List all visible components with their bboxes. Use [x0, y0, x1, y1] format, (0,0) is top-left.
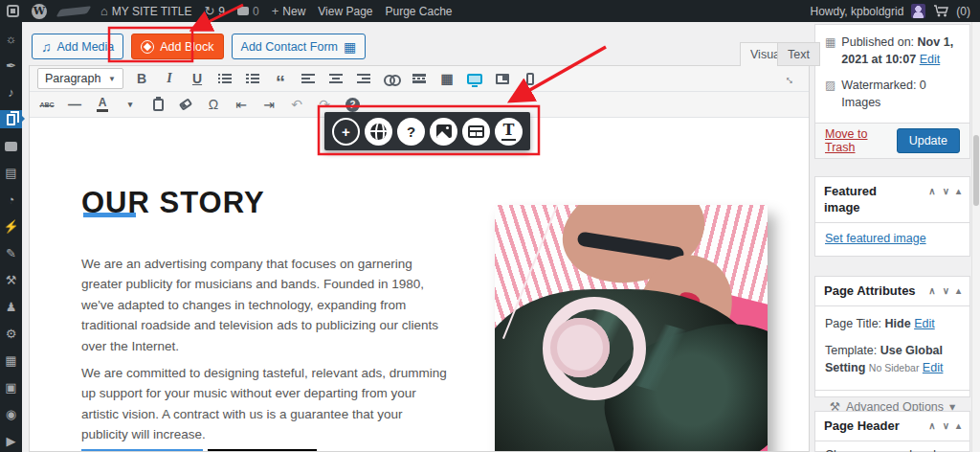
underline-button[interactable]: U: [188, 69, 207, 88]
view-page-link[interactable]: View Page: [318, 5, 372, 18]
add-block-circle-button[interactable]: +: [332, 118, 360, 146]
avatar[interactable]: [911, 4, 925, 18]
numbered-list-button[interactable]: [243, 69, 262, 88]
link-button[interactable]: [382, 69, 401, 88]
special-character-button[interactable]: Ω: [204, 95, 223, 114]
block-insert-toolbar: + ? T: [324, 112, 530, 150]
learn-more-button[interactable]: Learn More: [81, 449, 203, 451]
boldgrid-menu-icon[interactable]: [7, 5, 19, 17]
fullwidth-button[interactable]: [493, 69, 512, 88]
help-button[interactable]: ?: [343, 95, 362, 114]
paste-as-text-button[interactable]: [148, 95, 167, 114]
site-logo-icon[interactable]: [56, 6, 92, 17]
add-contact-form-button[interactable]: Add Contact Form ▦: [232, 34, 367, 59]
new-label: New: [282, 5, 305, 18]
bold-button[interactable]: B: [132, 69, 151, 88]
text-color-icon: A: [97, 97, 108, 112]
page-title-edit-link[interactable]: Edit: [914, 317, 935, 330]
sidebar-item-gridblocks[interactable]: ▦: [0, 351, 22, 370]
collapse-icon[interactable]: ▴: [956, 186, 961, 196]
sidebar-item-forms[interactable]: ▤: [0, 164, 22, 182]
move-to-trash-link[interactable]: Move to Trash: [825, 127, 897, 154]
featured-image-header: Featured image ∧ ∨ ▴: [815, 177, 969, 223]
sidebar-item-plugins[interactable]: ⚡: [0, 217, 22, 236]
paragraph-format-value: Paragraph: [45, 72, 100, 85]
align-right-button[interactable]: [354, 69, 373, 88]
sidebar-item-tools[interactable]: ⚒: [0, 271, 22, 289]
add-media-button[interactable]: ♫ Add Media: [32, 34, 123, 59]
cart-icon[interactable]: [933, 5, 948, 17]
sidebar-item-appearance[interactable]: ◔: [0, 191, 22, 209]
web-block-button[interactable]: [365, 118, 392, 146]
buy-now-button[interactable]: Buy Now: [208, 449, 317, 451]
update-button[interactable]: Update: [897, 128, 960, 153]
contact-form-icon: ▦: [344, 40, 356, 54]
read-more-button[interactable]: [410, 69, 429, 88]
image-block-button[interactable]: [430, 118, 457, 146]
move-down-icon[interactable]: ∨: [943, 420, 949, 431]
outdent-button[interactable]: ⇤: [232, 95, 251, 114]
editor-canvas[interactable]: OUR STORY We are an advertising company …: [30, 118, 809, 451]
sidebar-item-watermark[interactable]: ▣: [0, 378, 22, 396]
scrollbar-thumb[interactable]: [973, 135, 979, 206]
page-header-panel: Page Header ∧ ∨ ▴ Choose a page header t…: [814, 411, 970, 452]
horizontal-rule-button[interactable]: —: [65, 95, 84, 114]
text-color-caret[interactable]: ▾: [121, 95, 140, 114]
clipboard-icon: [153, 99, 164, 111]
bullet-list-button[interactable]: [215, 69, 234, 88]
text-block-button[interactable]: T: [495, 118, 523, 146]
frame-icon: [496, 74, 509, 84]
sidebar-item-comments[interactable]: [0, 137, 22, 155]
clear-formatting-button[interactable]: [176, 95, 195, 114]
scrollbar[interactable]: [971, 22, 980, 452]
gridblock-screen-button[interactable]: [465, 69, 484, 88]
table-button[interactable]: ▦: [437, 69, 457, 88]
page-attributes-header: Page Attributes ∧ ∨ ▴: [815, 277, 969, 306]
sidebar-item-posts[interactable]: ✒: [0, 56, 22, 75]
new-menu[interactable]: + New: [272, 5, 306, 18]
sidebar-item-cache[interactable]: ◉: [0, 405, 22, 423]
add-block-button[interactable]: Add Block: [131, 34, 223, 59]
move-down-icon[interactable]: ∨: [943, 186, 949, 196]
undo-button[interactable]: ↶: [287, 95, 306, 114]
comments-icon: [237, 7, 249, 15]
sidebar-item-pages[interactable]: [0, 110, 22, 128]
sidebar-item-inspirations[interactable]: ☼: [0, 30, 22, 48]
admin-bar: W ⌂ MY SITE TITLE ↻ 9 0 + New View Page: [0, 0, 980, 22]
collapse-icon[interactable]: ▴: [956, 285, 961, 296]
blockquote-button[interactable]: “: [271, 69, 290, 88]
sidebar-item-media[interactable]: ♪: [0, 83, 22, 102]
move-up-icon[interactable]: ∧: [928, 420, 935, 431]
text-color-button[interactable]: A: [93, 95, 112, 114]
redo-button[interactable]: ↷: [315, 95, 334, 114]
move-up-icon[interactable]: ∧: [928, 186, 935, 196]
sidebar-item-video[interactable]: ▶: [0, 432, 22, 450]
site-title-link[interactable]: ⌂ MY SITE TITLE: [100, 5, 191, 18]
italic-button[interactable]: I: [160, 69, 179, 88]
align-left-button[interactable]: [299, 69, 318, 88]
comments-link[interactable]: 0: [237, 5, 259, 18]
help-circle-button[interactable]: ?: [397, 118, 425, 146]
move-down-icon[interactable]: ∨: [943, 285, 949, 296]
set-featured-image-link[interactable]: Set featured image: [825, 232, 926, 245]
indent-button[interactable]: ⇥: [259, 95, 278, 114]
sidebar-item-users[interactable]: ♟: [0, 298, 22, 316]
purge-cache-link[interactable]: Purge Cache: [385, 5, 452, 18]
collapse-icon[interactable]: ▴: [956, 420, 961, 431]
tab-text[interactable]: Text: [777, 42, 820, 66]
align-center-button[interactable]: [326, 69, 345, 88]
strikethrough-button[interactable]: ABC: [37, 95, 56, 114]
layout-block-button[interactable]: [462, 118, 490, 146]
published-edit-link[interactable]: Edit: [920, 53, 941, 66]
featured-image-body: Set featured image: [815, 223, 969, 254]
howdy-account-link[interactable]: Howdy, kpboldgrid: [811, 5, 904, 18]
template-edit-link[interactable]: Edit: [923, 361, 944, 374]
move-up-icon[interactable]: ∧: [928, 285, 935, 296]
updates-link[interactable]: ↻ 9: [204, 5, 225, 18]
align-right-icon: [357, 74, 370, 83]
paragraph-format-dropdown[interactable]: Paragraph ▼: [37, 68, 123, 89]
sidebar-item-settings[interactable]: ⚙: [0, 325, 22, 343]
sidebar-item-editor[interactable]: ✎: [0, 244, 22, 262]
wordpress-logo-icon[interactable]: W: [32, 4, 47, 19]
mobile-preview-button[interactable]: [521, 69, 540, 88]
